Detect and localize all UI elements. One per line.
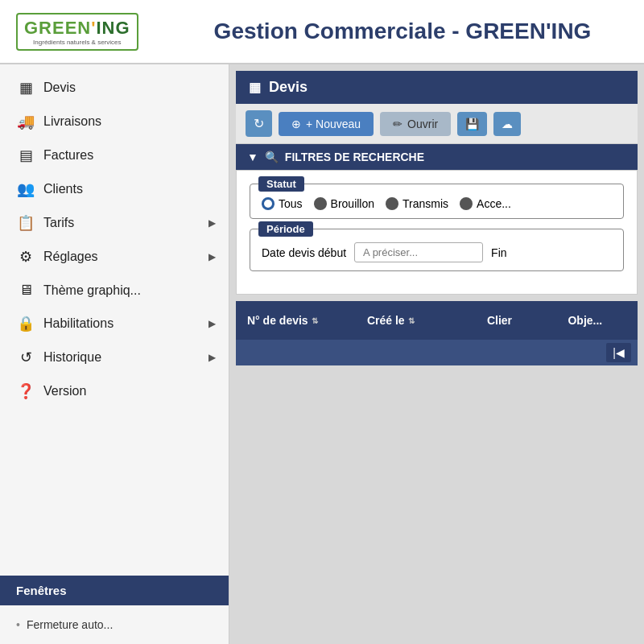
sidebar-item-label: Version (43, 384, 86, 398)
sidebar-item-theme[interactable]: 🖥 Thème graphiq... (0, 274, 229, 307)
filter-search-icon: 🔍 (265, 151, 279, 163)
arrow-icon: ▶ (208, 217, 216, 229)
content-panel: ▦ Devis ↻ ⊕ + Nouveau ✏ Ouvrir 💾 (236, 71, 638, 638)
sidebar-item-devis[interactable]: ▦ Devis (0, 71, 229, 105)
periode-group: Période Date devis début Fin (250, 229, 624, 271)
livraisons-icon: 🚚 (16, 113, 35, 130)
arrow-icon: ▶ (208, 352, 216, 363)
toolbar: ↻ ⊕ + Nouveau ✏ Ouvrir 💾 ☁ (236, 104, 638, 144)
radio-label-transmis: Transmis (402, 197, 448, 210)
radio-brouillon[interactable]: Brouillon (314, 197, 374, 210)
radio-transmis[interactable]: Transmis (386, 197, 448, 210)
sidebar-item-label: Tarifs (43, 216, 74, 230)
filter-section-header[interactable]: ▼ 🔍 FILTRES DE RECHERCHE (236, 144, 638, 170)
theme-icon: 🖥 (16, 282, 35, 299)
radio-dot-brouillon (314, 197, 327, 210)
refresh-icon: ↻ (254, 116, 264, 131)
fermeture-label: Fermeture auto... (27, 618, 113, 631)
col-objet[interactable]: Obje... (556, 309, 638, 332)
refresh-button[interactable]: ↻ (246, 110, 272, 137)
devis-icon: ▦ (16, 79, 35, 97)
sidebar-item-tarifs[interactable]: 📋 Tarifs ▶ (0, 206, 229, 240)
table-nav-row: |◀ (236, 340, 638, 365)
filter-body: Statut Tous Brouillon Transmis (236, 170, 638, 295)
col-num-devis-label: N° de devis (247, 314, 308, 327)
radio-dot-acce (460, 197, 473, 210)
arrow-icon: ▶ (208, 318, 216, 329)
radio-label-tous: Tous (279, 197, 303, 210)
periode-label: Période (258, 221, 313, 237)
sidebar-item-factures[interactable]: ▤ Factures (0, 138, 229, 172)
pencil-icon: ✏ (393, 118, 402, 130)
habilitations-icon: 🔒 (16, 315, 35, 332)
sidebar-item-label: Livraisons (43, 114, 101, 129)
sort-icon-cree: ⇅ (408, 316, 415, 325)
ouvrir-button[interactable]: ✏ Ouvrir (380, 112, 451, 136)
cloud-icon: ☁ (502, 118, 513, 130)
sidebar-item-version[interactable]: ❓ Version (0, 374, 229, 408)
fermeture-item[interactable]: Fermeture auto... (0, 612, 229, 638)
save-button[interactable]: 💾 (457, 112, 487, 136)
sidebar-item-historique[interactable]: ↺ Historique ▶ (0, 341, 229, 374)
sidebar-item-label: Historique (43, 350, 101, 365)
panel-header: ▦ Devis (236, 71, 638, 104)
first-page-icon: |◀ (613, 346, 625, 359)
upload-button[interactable]: ☁ (493, 112, 521, 136)
sidebar-item-livraisons[interactable]: 🚚 Livraisons (0, 105, 229, 138)
radio-tous[interactable]: Tous (262, 197, 303, 210)
radio-dot-tous (262, 197, 275, 210)
periode-row: Date devis début Fin (262, 242, 612, 262)
col-objet-label: Obje... (568, 314, 602, 327)
logo-text: GREEN'ING (24, 18, 130, 39)
nouveau-label: + Nouveau (306, 118, 361, 130)
sidebar-item-label: Devis (43, 80, 76, 95)
main-layout: ▦ Devis 🚚 Livraisons ▤ Factures 👥 Client… (0, 64, 644, 644)
sidebar-nav: ▦ Devis 🚚 Livraisons ▤ Factures 👥 Client… (0, 64, 229, 576)
date-debut-input[interactable] (354, 242, 483, 262)
table-section: N° de devis ⇅ Créé le ⇅ Clier Obje... (236, 301, 638, 365)
filter-label: FILTRES DE RECHERCHE (285, 151, 424, 163)
sidebar-item-label: Thème graphiq... (43, 283, 141, 298)
sidebar-item-reglages[interactable]: ⚙ Réglages ▶ (0, 240, 229, 274)
sidebar-item-label: Factures (43, 148, 93, 163)
panel-title: Devis (269, 79, 308, 96)
logo-subtitle: Ingrédients naturels & services (33, 39, 121, 46)
radio-acce[interactable]: Acce... (460, 197, 511, 210)
statut-group: Statut Tous Brouillon Transmis (250, 184, 624, 219)
sidebar-item-label: Réglages (43, 250, 98, 264)
sidebar-item-label: Habilitations (43, 316, 114, 331)
first-page-button[interactable]: |◀ (606, 343, 631, 362)
radio-label-acce: Acce... (477, 197, 511, 210)
col-client-label: Clier (487, 314, 512, 327)
sidebar: ▦ Devis 🚚 Livraisons ▤ Factures 👥 Client… (0, 64, 229, 644)
fin-label: Fin (491, 246, 506, 259)
fenetre-section-label: Fenêtres (0, 576, 229, 605)
statut-label: Statut (258, 176, 304, 192)
sort-icon-num: ⇅ (312, 316, 318, 325)
logo-area: GREEN'ING Ingrédients naturels & service… (16, 13, 177, 51)
tarifs-icon: 📋 (16, 214, 35, 232)
sidebar-item-habilitations[interactable]: 🔒 Habilitations ▶ (0, 307, 229, 341)
clients-icon: 👥 (16, 180, 35, 198)
nouveau-button[interactable]: ⊕ + Nouveau (279, 112, 374, 136)
sidebar-bottom: Fermeture auto... (0, 605, 229, 644)
app-header: GREEN'ING Ingrédients naturels & service… (0, 0, 644, 64)
col-num-devis[interactable]: N° de devis ⇅ (236, 309, 356, 332)
date-debut-label: Date devis début (262, 246, 346, 259)
radio-dot-transmis (386, 197, 398, 210)
sidebar-item-label: Clients (43, 182, 83, 196)
sidebar-item-clients[interactable]: 👥 Clients (0, 172, 229, 206)
col-cree-le[interactable]: Créé le ⇅ (356, 309, 476, 332)
ouvrir-label: Ouvrir (407, 118, 438, 130)
panel-header-icon: ▦ (249, 80, 261, 95)
table-header: N° de devis ⇅ Créé le ⇅ Clier Obje... (236, 301, 638, 340)
save-icon: 💾 (465, 118, 479, 130)
plus-icon: ⊕ (291, 118, 301, 130)
app-title: Gestion Commerciale - GREEN'ING (177, 19, 628, 44)
factures-icon: ▤ (16, 147, 35, 164)
col-client[interactable]: Clier (476, 309, 557, 332)
filter-toggle-icon: ▼ (247, 151, 258, 163)
content-area: ▦ Devis ↻ ⊕ + Nouveau ✏ Ouvrir 💾 (229, 64, 644, 644)
col-cree-le-label: Créé le (367, 314, 405, 327)
version-icon: ❓ (16, 382, 35, 400)
